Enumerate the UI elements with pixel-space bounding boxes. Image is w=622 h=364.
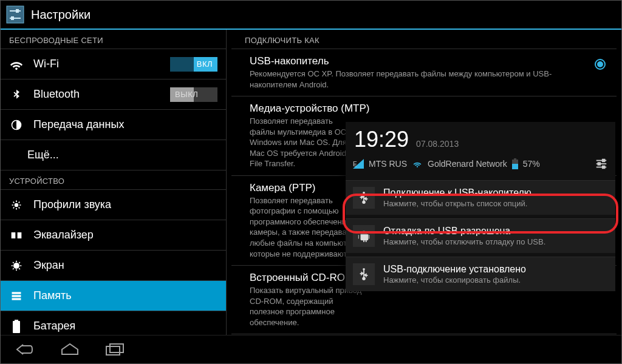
status-row: E MTS RUS GoldRenard Network 57% [346,155,615,177]
page-title: Настройки [31,8,91,22]
svg-rect-7 [12,232,16,238]
sidebar-item-label: Экран [33,259,217,272]
svg-rect-4 [11,16,14,20]
notification-usb-connected[interactable]: USB-подключение установлено Нажмите, что… [346,257,615,291]
recent-apps-button[interactable] [101,340,128,359]
sidebar-item-label: Передача данных [33,118,217,131]
sidebar-item-label: Профили звука [33,198,217,211]
notification-title: Отладка по USB разрешена [383,226,545,237]
svg-point-9 [14,263,19,268]
sidebar-item-label: Эквалайзер [33,229,217,241]
sidebar-item-sound[interactable]: Профили звука [1,190,226,220]
svg-rect-19 [514,158,516,160]
wifi-status-icon [412,160,423,168]
sidebar-item-label: Wi-Fi [33,58,170,70]
svg-rect-3 [16,9,19,13]
quick-settings-icon[interactable] [595,157,608,170]
signal-icon: E [353,159,364,169]
svg-rect-35 [110,344,123,352]
notification-desc: Нажмите, чтобы скопировать файлы. [383,275,526,285]
svg-point-33 [362,277,366,281]
svg-point-29 [361,232,363,233]
sidebar-item-data-usage[interactable]: Передача данных [1,110,226,140]
svg-rect-34 [106,346,120,355]
bluetooth-toggle[interactable]: ВЫКЛ [170,87,217,102]
wifi-name-label: GoldRenard Network [428,159,507,169]
usb-icon [353,187,375,209]
shade-header: 19:29 07.08.2013 [346,122,615,155]
svg-rect-23 [603,160,605,162]
sidebar-item-storage[interactable]: Память [1,281,226,311]
settings-icon [5,5,25,24]
svg-point-6 [15,203,19,207]
notification-shade[interactable]: 19:29 07.08.2013 E MTS RUS GoldRenard Ne… [346,122,615,291]
section-wireless: БЕСПРОВОДНЫЕ СЕТИ [1,30,226,49]
sidebar-item-bluetooth[interactable]: Bluetooth ВЫКЛ [1,79,226,110]
settings-sidebar: БЕСПРОВОДНЫЕ СЕТИ Wi-Fi ВКЛ Bluetooth ВЫ… [1,30,227,335]
svg-rect-24 [598,163,601,165]
clock-date: 07.08.2013 [416,139,459,149]
svg-rect-25 [603,166,605,169]
home-button[interactable] [56,340,83,359]
svg-rect-32 [363,270,364,278]
action-bar: Настройки [1,1,621,30]
section-device: УСТРОЙСТВО [1,170,226,190]
carrier-label: MTS RUS [369,159,407,169]
svg-text:E: E [353,161,357,167]
notification-usb-storage[interactable]: Подключение к USB-накопителю Нажмите, чт… [346,180,615,215]
option-desc: Рекомендуется ОС XP. Позволяет передават… [250,69,585,90]
svg-rect-18 [512,164,518,169]
sidebar-item-display[interactable]: Экран [1,251,226,281]
wifi-icon [9,57,24,72]
sidebar-item-battery[interactable]: Батарея [1,311,226,335]
notification-title: USB-подключение установлено [383,264,526,275]
notification-usb-debugging[interactable]: Отладка по USB разрешена Нажмите, чтобы … [346,218,615,253]
svg-rect-10 [12,292,21,294]
svg-rect-0 [7,6,24,23]
clock-time: 19:29 [354,127,409,152]
navigation-bar [1,335,621,363]
radio-button[interactable] [595,59,606,70]
battery-icon [9,319,24,334]
sidebar-item-equalizer[interactable]: Эквалайзер [1,220,226,251]
svg-rect-13 [13,321,20,333]
svg-rect-8 [18,232,22,238]
display-icon [9,258,24,273]
battery-status-icon [512,158,518,169]
back-button[interactable] [12,340,38,359]
sidebar-item-label: Bluetooth [33,88,170,101]
svg-rect-14 [15,320,18,322]
bluetooth-icon [9,87,24,102]
battery-pct: 57% [523,159,540,169]
sound-icon [9,198,24,212]
option-title: Медиа-устройство (MTP) [250,103,606,115]
wifi-toggle[interactable]: ВКЛ [170,57,217,72]
usb-icon [353,263,375,285]
data-icon [9,118,24,132]
option-title: USB-накопитель [250,55,585,67]
pane-header: ПОДКЛЮЧИТЬ КАК [231,30,617,49]
sidebar-item-wifi[interactable]: Wi-Fi ВКЛ [1,49,226,79]
storage-icon [9,289,24,303]
sidebar-item-more[interactable]: Ещё... [1,140,226,170]
notification-title: Подключение к USB-накопителю [383,187,531,198]
svg-rect-11 [12,295,21,297]
svg-rect-27 [363,194,364,201]
android-icon [353,225,375,247]
svg-point-28 [362,201,366,204]
option-usb-storage[interactable]: USB-накопитель Рекомендуется ОС XP. Позв… [231,49,617,96]
option-desc: Позволяет передавать файлы мультимедиа в… [250,116,359,169]
sidebar-item-label: Батарея [33,320,217,332]
notification-desc: Нажмите, чтобы отключить отладку по USB. [383,237,545,246]
equalizer-icon [9,228,24,243]
sidebar-item-label: Ещё... [27,149,217,161]
notification-desc: Нажмите, чтобы открыть список опций. [383,199,531,208]
sidebar-item-label: Память [33,289,217,302]
option-desc: Показать виртуальный привод CD-ROM, соде… [250,285,365,328]
svg-rect-12 [12,298,21,300]
svg-point-30 [365,232,366,233]
